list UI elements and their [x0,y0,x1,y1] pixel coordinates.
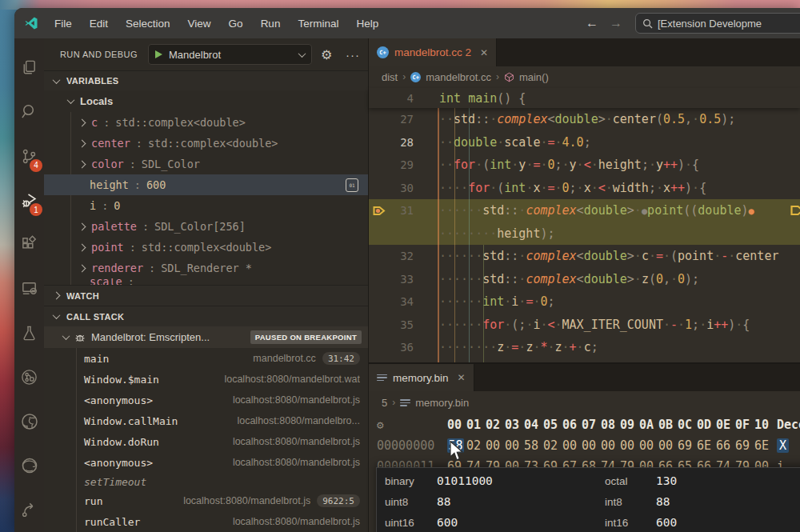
breadcrumb-file[interactable]: mandelbrot.cc [426,71,491,83]
code-line[interactable]: 32······std::·complex<double>·c·=·(point… [369,245,800,268]
code-line[interactable]: 33······std::·complex<double>·z(0,·0); [369,268,800,291]
activity-item-source-control[interactable]: 4 [14,134,44,178]
hex-byte[interactable]: 00 [639,438,658,453]
code-line[interactable]: 29··for·(int·y·=·0;·y·<·height;·y++)·{ [369,154,800,177]
call-stack-section-header[interactable]: CALL STACK [44,306,368,326]
menu-item-go[interactable]: Go [221,14,251,33]
hex-byte[interactable]: 6E [754,438,774,453]
hex-byte[interactable]: 00 [658,438,678,453]
gear-icon[interactable]: ⚙ [321,47,332,62]
hex-byte[interactable]: 02 [543,438,562,453]
inspector-label: octal [605,475,656,487]
inspector-row: binary01011000octal130 [377,470,800,491]
breadcrumb[interactable]: dist › C+ mandelbrot.cc › main() [369,66,800,88]
close-icon[interactable]: ✕ [458,372,466,383]
variable-row[interactable]: renderer:SDL_Renderer * [44,258,368,278]
command-center-search[interactable]: [Extension Developme [635,13,800,34]
hex-col-header: 03 [505,418,524,432]
variable-row[interactable]: point:std::complex<double> [44,237,368,258]
hex-byte[interactable]: 00 [562,438,582,453]
menu-item-view[interactable]: View [180,14,219,33]
variable-row[interactable]: palette:SDL_Color[256] [44,216,368,237]
menu-item-selection[interactable]: Selection [118,14,178,33]
gear-icon[interactable]: ⚙ [377,418,447,431]
tab-memory-bin[interactable]: memory.bin ✕ [369,364,474,391]
sticky-scroll-line[interactable]: 4 int main() { [369,88,800,108]
hex-byte[interactable]: 00 [620,438,639,453]
stack-frame-row[interactable]: setTimeout [44,473,368,490]
code-line[interactable]: 31······std::·complex<double>·●point((do… [369,199,800,222]
launch-config-dropdown[interactable]: Mandelbrot [148,44,312,65]
forward-arrow-icon[interactable]: → [610,16,622,30]
activity-item-share[interactable] [14,488,44,532]
variable-row[interactable]: scale: [44,278,368,285]
code-text: ··std::·complex<double>·center(0.5,·0.5)… [439,112,735,126]
menu-item-run[interactable]: Run [253,14,289,33]
variable-row[interactable]: height:60001 [44,174,368,195]
variable-row[interactable]: color:SDL_Color [44,154,368,174]
variable-row[interactable]: i:0 [44,195,368,216]
activity-item-run-and-debug[interactable]: 1 [14,178,44,222]
code-line[interactable]: 30····for·(int·x·=·0;·x·<·width;·x++)·{ [369,177,800,200]
breadcrumb-file[interactable]: memory.bin [415,397,469,409]
hex-byte[interactable]: 02 [466,438,486,453]
menu-item-terminal[interactable]: Terminal [290,14,346,33]
activity-item-github[interactable] [14,399,44,443]
activity-item-testing[interactable] [14,311,44,355]
hex-byte[interactable]: 58 [524,438,543,453]
start-debug-icon[interactable] [155,50,162,58]
activity-item-explorer[interactable] [14,46,44,90]
activity-item-search[interactable] [14,90,44,134]
back-arrow-icon[interactable]: ← [586,16,598,30]
activity-item-browser[interactable] [14,443,44,487]
activity-item-remote-explorer[interactable] [14,266,44,310]
hex-byte[interactable]: 6E [697,438,716,453]
more-actions-icon[interactable]: ··· [346,48,360,62]
hex-byte[interactable]: 00 [582,438,601,453]
hex-byte[interactable]: 69 [735,438,754,453]
variable-row[interactable]: c:std::complex<double> [44,112,368,133]
breadcrumb-folder[interactable]: dist [382,71,398,83]
breadcrumb[interactable]: 5 › memory.bin [369,391,800,414]
menu-item-help[interactable]: Help [348,14,386,33]
code-line[interactable]: 27··std::·complex<double>·center(0.5,·0.… [369,108,800,131]
stack-frame-row[interactable]: runCallerlocalhost:8080/mandelbrot.js [44,511,368,532]
hex-byte[interactable]: 00 [505,438,524,453]
hex-byte[interactable]: 00 [486,438,505,453]
binary-view-icon[interactable]: 01 [346,178,358,192]
hex-row[interactable]: 00000000580200005802000000000000696E6669… [369,435,800,456]
hex-byte[interactable]: 66 [716,438,735,453]
scope-locals[interactable]: Locals [44,90,368,112]
breadcrumb-item[interactable]: 5 [382,397,387,409]
hex-byte[interactable]: 00 [601,438,620,453]
code-line[interactable]: ········height); [369,222,800,246]
hex-byte[interactable]: 58 [447,438,464,453]
menu-item-edit[interactable]: Edit [82,14,116,33]
code-line[interactable]: 36········z·=·z·*·z·+·c; [369,336,800,359]
current-line-breakpoint-icon[interactable] [369,206,390,216]
activity-item-git-graph[interactable] [14,355,44,399]
stack-frame-row[interactable]: <anonymous>localhost:8080/mandelbrot.js [44,452,368,473]
debug-session-row[interactable]: Mandelbrot: Emscripten... PAUSED ON BREA… [44,326,368,348]
code-line[interactable]: 35······for·(;·i·<·MAX_ITER_COUNT·-·1;·i… [369,314,800,337]
stack-frame-row[interactable]: <anonymous>localhost:8080/mandelbrot.js [44,390,368,410]
stack-frame-row[interactable]: mainmandelbrot.cc31:42 [44,348,368,369]
activity-item-extensions[interactable] [14,222,44,266]
stack-frame-row[interactable]: runlocalhost:8080/mandelbrot.js9622:5 [44,490,368,511]
bug-icon [74,332,86,343]
variables-section-header[interactable]: VARIABLES [44,70,368,90]
stack-frame-row[interactable]: Window.callMainlocalhost:8080/mandelbro.… [44,410,368,431]
menu-item-file[interactable]: File [46,14,80,33]
close-icon[interactable]: ✕ [480,47,488,58]
code-line[interactable]: 34······int·i·=·0; [369,290,800,314]
tab-mandelbrot-cc[interactable]: C+ mandelbrot.cc 2 ✕ [369,38,497,66]
stack-frame-row[interactable]: Window.doRunlocalhost:8080/mandelbrot.js [44,431,368,452]
stack-frame-row[interactable]: Window.$mainlocalhost:8080/mandelbrot.wa… [44,369,368,390]
hex-byte[interactable]: 69 [678,438,697,453]
code-line[interactable]: 28··double·scale·=·4.0; [369,131,800,154]
code-viewport[interactable]: 27··std::·complex<double>·center(0.5,·0.… [369,108,800,362]
breadcrumb-symbol[interactable]: main() [519,71,549,83]
watch-section-header[interactable]: WATCH [44,285,368,306]
variable-row[interactable]: center:std::complex<double> [44,133,368,154]
tab-label: memory.bin [393,372,449,384]
